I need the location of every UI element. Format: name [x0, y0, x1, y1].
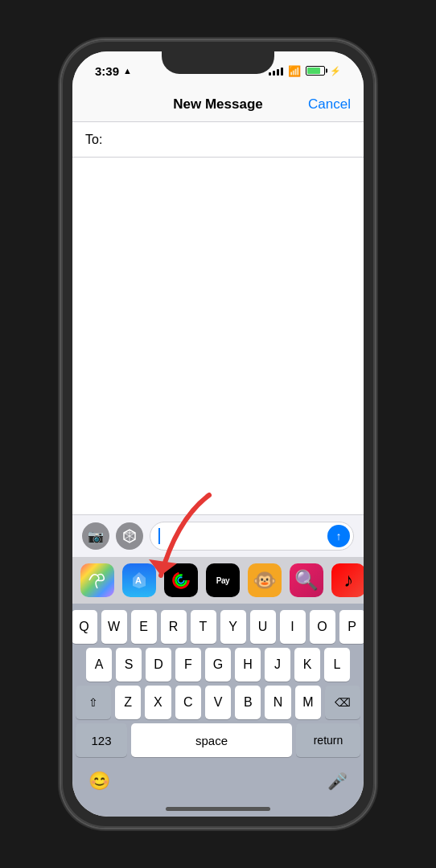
appstore-row-icon: A [129, 570, 150, 591]
signal-bar-4 [281, 68, 283, 76]
signal-bar-3 [277, 69, 279, 76]
app-icon-photos[interactable] [80, 563, 114, 597]
battery-icon [306, 66, 325, 76]
svg-text:A: A [135, 575, 142, 585]
key-l[interactable]: L [324, 648, 350, 682]
app-icon-fitness[interactable] [164, 563, 198, 597]
send-icon: ↑ [336, 530, 342, 542]
key-a[interactable]: A [86, 648, 112, 682]
home-indicator-area [72, 800, 364, 817]
status-icons: 📶 ⚡ [269, 65, 341, 77]
to-label: To: [85, 133, 102, 147]
key-u[interactable]: U [250, 610, 276, 644]
camera-icon: 📷 [88, 529, 104, 544]
app-icon-monkey[interactable]: 🐵 [248, 563, 282, 597]
appstore-button[interactable] [116, 522, 143, 550]
wifi-icon: 📶 [288, 65, 301, 77]
svg-point-4 [178, 577, 183, 583]
monkey-emoji: 🐵 [253, 569, 277, 592]
app-icon-music[interactable]: ♪ [331, 563, 364, 597]
time-display: 3:39 [95, 64, 119, 78]
appstore-icon [121, 528, 138, 544]
key-k[interactable]: K [294, 648, 320, 682]
key-d[interactable]: D [146, 648, 171, 682]
nav-bar: New Message Cancel [72, 87, 364, 122]
search-emoji: 🔍 [294, 569, 319, 592]
key-j[interactable]: J [265, 648, 290, 682]
key-n[interactable]: N [265, 686, 290, 719]
app-row: A Pay 🐵 🔍 [72, 557, 364, 604]
key-q[interactable]: Q [72, 610, 97, 644]
space-key[interactable]: space [131, 723, 292, 757]
app-icon-search[interactable]: 🔍 [290, 563, 323, 597]
camera-button[interactable]: 📷 [82, 522, 109, 550]
cancel-button[interactable]: Cancel [308, 96, 351, 113]
page-title: New Message [173, 96, 263, 113]
key-t[interactable]: T [191, 610, 216, 644]
return-key[interactable]: return [296, 723, 360, 757]
applepay-text: Pay [216, 576, 229, 585]
key-w[interactable]: W [101, 610, 127, 644]
app-icon-appstore[interactable]: A [122, 563, 156, 597]
key-x[interactable]: X [145, 686, 171, 719]
emoji-bar: 😊 🎤 [72, 762, 364, 800]
key-c[interactable]: C [175, 686, 201, 719]
shift-key[interactable]: ⇧ [76, 686, 111, 719]
fitness-rings [170, 569, 192, 592]
charging-icon: ⚡ [330, 66, 341, 76]
notch [162, 51, 274, 74]
keyboard-row-1: Q W E R T Y U I O P [76, 610, 360, 644]
key-z[interactable]: Z [115, 686, 141, 719]
key-p[interactable]: P [339, 610, 364, 644]
key-f[interactable]: F [175, 648, 201, 682]
keyboard-row-3: ⇧ Z X C V B N M ⌫ [76, 686, 360, 719]
key-h[interactable]: H [235, 648, 261, 682]
status-time: 3:39 ▲ [95, 64, 132, 78]
send-button[interactable]: ↑ [327, 525, 350, 547]
key-r[interactable]: R [161, 610, 187, 644]
phone-frame: 3:39 ▲ 📶 ⚡ New Message Cancel [61, 40, 375, 828]
music-emoji: ♪ [343, 569, 353, 592]
key-y[interactable]: Y [220, 610, 246, 644]
battery-fill [307, 68, 320, 74]
keyboard-row-2: A S D F G H J K L [76, 648, 360, 682]
location-icon: ▲ [123, 66, 132, 76]
compose-area[interactable] [72, 158, 364, 514]
key-b[interactable]: B [235, 686, 261, 719]
message-input-wrap[interactable]: ↑ [150, 522, 354, 551]
keyboard: Q W E R T Y U I O P A S D F G H J K [72, 604, 364, 762]
key-e[interactable]: E [131, 610, 157, 644]
home-indicator [166, 807, 270, 811]
signal-bars [269, 66, 283, 76]
to-field: To: [72, 122, 364, 158]
to-input[interactable] [105, 133, 351, 147]
emoji-button[interactable]: 😊 [88, 771, 110, 792]
key-i[interactable]: I [280, 610, 306, 644]
message-area: To: [72, 122, 364, 514]
key-o[interactable]: O [310, 610, 335, 644]
key-v[interactable]: V [205, 686, 231, 719]
text-cursor [158, 528, 160, 544]
app-icon-applepay[interactable]: Pay [206, 563, 240, 597]
imessage-bar: 📷 ↑ [72, 514, 364, 557]
key-s[interactable]: S [116, 648, 142, 682]
keyboard-bottom-row: 123 space return [76, 723, 360, 757]
photos-icon [86, 569, 109, 592]
signal-bar-2 [273, 71, 275, 76]
key-m[interactable]: M [295, 686, 321, 719]
signal-bar-1 [269, 72, 271, 76]
key-g[interactable]: G [205, 648, 231, 682]
numbers-key[interactable]: 123 [76, 723, 127, 757]
mic-button[interactable]: 🎤 [327, 772, 348, 791]
delete-key[interactable]: ⌫ [325, 686, 360, 719]
phone-screen: 3:39 ▲ 📶 ⚡ New Message Cancel [72, 51, 364, 817]
